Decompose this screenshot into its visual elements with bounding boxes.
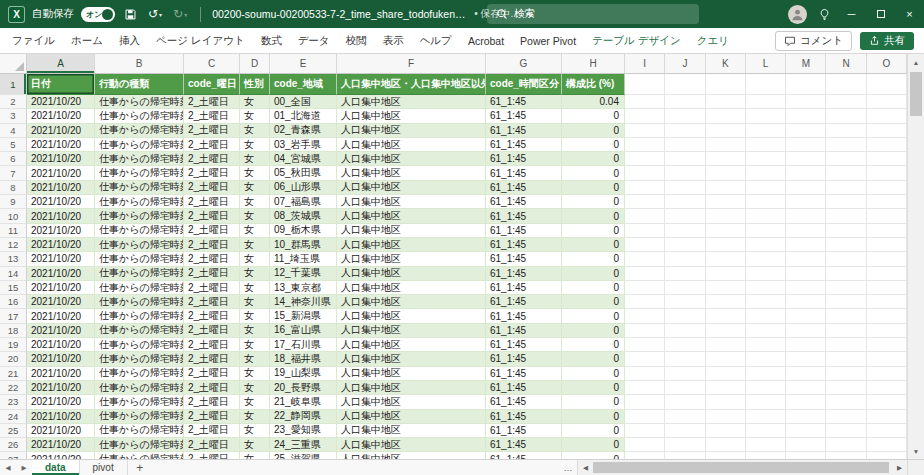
- column-header-M[interactable]: M: [786, 54, 826, 73]
- empty-cell[interactable]: [826, 252, 866, 266]
- empty-cell[interactable]: [746, 410, 786, 424]
- empty-cell[interactable]: [786, 152, 826, 166]
- ribbon-tab-4[interactable]: 数式: [253, 28, 290, 53]
- cell[interactable]: 2_土曜日: [184, 338, 240, 352]
- cell[interactable]: 06_山形県: [270, 181, 337, 195]
- cell[interactable]: 人口集中地区: [337, 209, 486, 223]
- hscroll-left-icon[interactable]: ◀: [578, 460, 593, 475]
- empty-cell[interactable]: [826, 309, 866, 323]
- empty-cell[interactable]: [746, 195, 786, 209]
- empty-cell[interactable]: [665, 209, 705, 223]
- empty-cell[interactable]: [826, 452, 866, 459]
- cell[interactable]: 0: [562, 410, 625, 424]
- cell[interactable]: 人口集中地区: [337, 109, 486, 123]
- cell[interactable]: 2_土曜日: [184, 410, 240, 424]
- empty-cell[interactable]: [625, 95, 665, 109]
- empty-cell[interactable]: [826, 367, 866, 381]
- empty-cell[interactable]: [786, 74, 826, 95]
- cell[interactable]: 09_栃木県: [270, 224, 337, 238]
- cell[interactable]: 女: [240, 352, 270, 366]
- cell[interactable]: 人口集中地区: [337, 338, 486, 352]
- empty-cell[interactable]: [706, 452, 746, 459]
- cell[interactable]: 61_1:45: [486, 438, 562, 452]
- cell[interactable]: 0: [562, 238, 625, 252]
- cell[interactable]: 人口集中地区: [337, 281, 486, 295]
- cell[interactable]: 2021/10/20: [27, 124, 95, 138]
- cell[interactable]: 人口集中地区: [337, 138, 486, 152]
- cell[interactable]: 2021/10/20: [27, 109, 95, 123]
- empty-cell[interactable]: [867, 410, 907, 424]
- cell[interactable]: 2_土曜日: [184, 352, 240, 366]
- empty-cell[interactable]: [625, 324, 665, 338]
- cell[interactable]: 2021/10/20: [27, 367, 95, 381]
- cell[interactable]: 11_埼玉県: [270, 252, 337, 266]
- cell[interactable]: 2021/10/20: [27, 195, 95, 209]
- row-number[interactable]: 22: [0, 381, 27, 395]
- table-header-cell[interactable]: 人口集中地区・人口集中地区以外: [337, 74, 486, 95]
- empty-cell[interactable]: [786, 252, 826, 266]
- user-avatar[interactable]: [788, 5, 807, 24]
- cell[interactable]: 仕事からの帰宅時刻: [95, 410, 184, 424]
- empty-cell[interactable]: [665, 324, 705, 338]
- select-all-corner[interactable]: [0, 54, 27, 73]
- empty-cell[interactable]: [625, 152, 665, 166]
- cell[interactable]: 2021/10/20: [27, 209, 95, 223]
- row-number[interactable]: 24: [0, 410, 27, 424]
- empty-cell[interactable]: [867, 95, 907, 109]
- ribbon-tab-7[interactable]: 表示: [375, 28, 412, 53]
- cell[interactable]: 人口集中地区: [337, 424, 486, 438]
- empty-cell[interactable]: [746, 138, 786, 152]
- cell[interactable]: 61_1:45: [486, 209, 562, 223]
- empty-cell[interactable]: [706, 95, 746, 109]
- cell[interactable]: 17_石川県: [270, 338, 337, 352]
- cell[interactable]: 23_愛知県: [270, 424, 337, 438]
- minimize-button[interactable]: ─: [837, 0, 866, 28]
- cell[interactable]: 女: [240, 209, 270, 223]
- column-header-K[interactable]: K: [706, 54, 746, 73]
- cell[interactable]: 女: [240, 338, 270, 352]
- empty-cell[interactable]: [867, 224, 907, 238]
- empty-cell[interactable]: [665, 124, 705, 138]
- empty-cell[interactable]: [706, 367, 746, 381]
- ribbon-tab-0[interactable]: ファイル: [4, 28, 63, 53]
- cell[interactable]: 0: [562, 381, 625, 395]
- save-button[interactable]: [122, 8, 139, 21]
- empty-cell[interactable]: [706, 138, 746, 152]
- cell[interactable]: 0: [562, 166, 625, 180]
- cell[interactable]: 人口集中地区: [337, 309, 486, 323]
- empty-cell[interactable]: [706, 395, 746, 409]
- cell[interactable]: 0: [562, 181, 625, 195]
- cell[interactable]: 61_1:45: [486, 309, 562, 323]
- empty-cell[interactable]: [867, 281, 907, 295]
- comments-button[interactable]: コメント: [775, 31, 852, 51]
- redo-button[interactable]: ↻ ▾: [171, 7, 189, 21]
- empty-cell[interactable]: [665, 352, 705, 366]
- cell[interactable]: 0: [562, 438, 625, 452]
- cell[interactable]: 61_1:45: [486, 267, 562, 281]
- cell[interactable]: 61_1:45: [486, 367, 562, 381]
- empty-cell[interactable]: [867, 367, 907, 381]
- empty-cell[interactable]: [706, 109, 746, 123]
- cell[interactable]: 02_青森県: [270, 124, 337, 138]
- empty-cell[interactable]: [826, 152, 866, 166]
- cell[interactable]: 2021/10/20: [27, 381, 95, 395]
- cell[interactable]: 2_土曜日: [184, 238, 240, 252]
- empty-cell[interactable]: [786, 424, 826, 438]
- empty-cell[interactable]: [826, 352, 866, 366]
- vertical-scrollbar[interactable]: ▲ ▼: [907, 54, 924, 459]
- empty-cell[interactable]: [706, 74, 746, 95]
- cell[interactable]: 仕事からの帰宅時刻: [95, 166, 184, 180]
- cell[interactable]: 女: [240, 410, 270, 424]
- cell[interactable]: 0: [562, 138, 625, 152]
- cell[interactable]: 2_土曜日: [184, 224, 240, 238]
- cell[interactable]: 2021/10/20: [27, 424, 95, 438]
- empty-cell[interactable]: [706, 381, 746, 395]
- row-number-1[interactable]: 1: [0, 74, 27, 95]
- empty-cell[interactable]: [786, 267, 826, 281]
- row-number[interactable]: 2: [0, 95, 27, 109]
- cell[interactable]: 仕事からの帰宅時刻: [95, 109, 184, 123]
- empty-cell[interactable]: [746, 152, 786, 166]
- empty-cell[interactable]: [867, 209, 907, 223]
- cell[interactable]: 仕事からの帰宅時刻: [95, 395, 184, 409]
- empty-cell[interactable]: [746, 295, 786, 309]
